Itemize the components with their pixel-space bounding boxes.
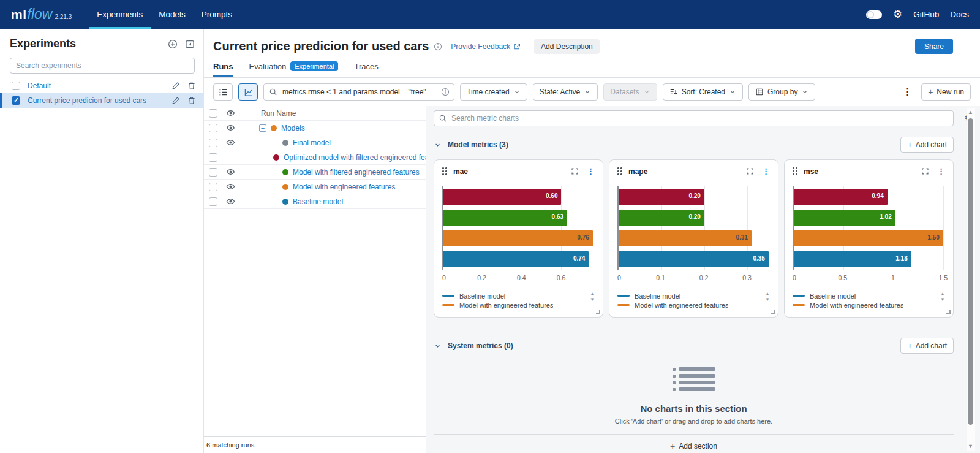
select-all-checkbox[interactable]: [209, 109, 217, 118]
scrollbar-thumb[interactable]: [968, 118, 973, 425]
delete-trash-icon[interactable]: [187, 82, 196, 90]
tab-traces[interactable]: Traces: [354, 62, 378, 77]
scroll-down-arrow-icon[interactable]: ▼: [968, 444, 973, 449]
tab-evaluation[interactable]: Evaluation Experimental: [249, 61, 339, 77]
run-name-link[interactable]: Model with engineered features: [293, 183, 395, 191]
new-experiment-icon[interactable]: [168, 39, 178, 49]
bar-model-with-engineered-features[interactable]: 1.50: [794, 230, 943, 246]
settings-gear-icon[interactable]: ⚙: [893, 9, 902, 20]
run-name-link[interactable]: Models: [281, 124, 305, 132]
caret-down-icon[interactable]: ▼: [940, 297, 945, 302]
drag-handle-icon[interactable]: [793, 167, 797, 175]
visibility-eye-icon[interactable]: [226, 138, 235, 147]
caret-down-icon[interactable]: ▼: [765, 297, 770, 302]
edit-pencil-icon[interactable]: [172, 96, 180, 105]
legend-scroll-arrows[interactable]: ▲▼: [940, 292, 945, 302]
bar-optimized-model-with-filtered-engineered-features[interactable]: 0.60: [443, 189, 561, 205]
resize-handle[interactable]: [946, 310, 951, 314]
legend-item[interactable]: Model with engineered features: [793, 301, 932, 309]
chart-menu-icon[interactable]: ⋮: [762, 167, 770, 176]
add-section-button[interactable]: +Add section: [434, 435, 954, 453]
bar-baseline-model[interactable]: 0.35: [619, 251, 769, 267]
experiment-checkbox[interactable]: [12, 96, 20, 105]
fullscreen-expand-icon[interactable]: [921, 167, 929, 175]
add-description-button[interactable]: Add Description: [534, 39, 600, 54]
legend-scroll-arrows[interactable]: ▲▼: [590, 292, 595, 302]
chart-view-button[interactable]: [238, 83, 258, 101]
row-checkbox[interactable]: [209, 183, 217, 191]
visibility-eye-icon[interactable]: [226, 167, 235, 177]
table-row-group[interactable]: − Models: [204, 121, 426, 135]
toolbar-overflow-menu-icon[interactable]: ⋮: [899, 86, 916, 97]
table-row[interactable]: Optimized model with filtered engineered…: [204, 150, 426, 165]
bar-optimized-model-with-filtered-engineered-features[interactable]: 0.20: [619, 189, 704, 205]
experiment-row-current[interactable]: Current price predicion for used cars: [0, 93, 203, 108]
caret-up-icon[interactable]: ▲: [590, 292, 595, 297]
legend-item[interactable]: Baseline model: [442, 292, 581, 300]
bar-optimized-model-with-filtered-engineered-features[interactable]: 0.94: [794, 189, 888, 205]
collapse-sidebar-icon[interactable]: [185, 39, 195, 49]
table-row[interactable]: Baseline model: [204, 194, 426, 209]
runs-search-input[interactable]: [263, 83, 454, 101]
legend-item[interactable]: Baseline model: [793, 292, 932, 300]
share-button[interactable]: Share: [915, 39, 953, 54]
legend-item[interactable]: Model with engineered features: [617, 301, 756, 309]
group-by-dropdown[interactable]: Group by: [748, 83, 815, 101]
visibility-eye-icon[interactable]: [226, 108, 235, 118]
legend-scroll-arrows[interactable]: ▲▼: [765, 292, 770, 302]
resize-handle[interactable]: [596, 310, 600, 314]
caret-up-icon[interactable]: ▲: [940, 292, 945, 297]
add-chart-button[interactable]: +Add chart: [900, 338, 954, 354]
delete-trash-icon[interactable]: [187, 96, 196, 105]
fullscreen-expand-icon[interactable]: [571, 167, 579, 175]
experiment-row-default[interactable]: Default: [0, 78, 203, 93]
bar-model-with-filtered-engineered-features[interactable]: 1.02: [794, 210, 895, 226]
time-created-dropdown[interactable]: Time created: [460, 83, 527, 101]
fullscreen-expand-icon[interactable]: [746, 167, 754, 175]
bar-model-with-engineered-features[interactable]: 0.76: [443, 230, 593, 246]
experiment-name[interactable]: Current price predicion for used cars: [28, 96, 146, 105]
run-name-link[interactable]: Final model: [293, 139, 331, 147]
chart-menu-icon[interactable]: ⋮: [937, 167, 945, 176]
caret-down-icon[interactable]: ▼: [590, 297, 595, 302]
collapse-group-icon[interactable]: −: [259, 124, 266, 132]
search-info-icon[interactable]: [441, 88, 450, 96]
edit-pencil-icon[interactable]: [172, 82, 180, 90]
theme-toggle[interactable]: [866, 10, 882, 19]
nav-tab-models[interactable]: Models: [151, 0, 194, 29]
experiment-name[interactable]: Default: [28, 82, 51, 90]
search-metric-charts-input[interactable]: [434, 110, 954, 126]
table-row[interactable]: Model with engineered features: [204, 180, 426, 194]
provide-feedback-link[interactable]: Provide Feedback: [451, 42, 521, 51]
bar-baseline-model[interactable]: 1.18: [794, 251, 911, 267]
row-checkbox[interactable]: [209, 168, 217, 177]
search-experiments-input[interactable]: [10, 58, 195, 74]
github-link[interactable]: GitHub: [913, 10, 939, 19]
row-checkbox[interactable]: [209, 139, 217, 147]
run-name-link[interactable]: Optimized model with filtered engineered…: [284, 153, 445, 162]
resize-handle[interactable]: [771, 310, 775, 314]
sort-dropdown[interactable]: Sort: Created: [663, 83, 743, 101]
visibility-eye-icon[interactable]: [226, 182, 235, 191]
drag-handle-icon[interactable]: [442, 167, 447, 175]
docs-link[interactable]: Docs: [950, 10, 969, 19]
new-run-button[interactable]: +New run: [921, 83, 971, 101]
visibility-eye-icon[interactable]: [226, 197, 235, 206]
bar-baseline-model[interactable]: 0.74: [443, 251, 589, 267]
table-row[interactable]: Model with filtered engineered features: [204, 165, 426, 180]
row-checkbox[interactable]: [209, 153, 217, 162]
nav-tab-experiments[interactable]: Experiments: [89, 0, 151, 29]
legend-item[interactable]: Baseline model: [617, 292, 756, 300]
add-chart-button[interactable]: +Add chart: [900, 137, 954, 153]
bar-model-with-filtered-engineered-features[interactable]: 0.63: [443, 210, 567, 226]
row-checkbox[interactable]: [209, 197, 217, 206]
scroll-up-arrow-icon[interactable]: ▲: [968, 110, 973, 115]
charts-scrollbar[interactable]: ▲ ▼: [967, 108, 975, 451]
section-chevron-icon[interactable]: [434, 342, 442, 350]
mlflow-logo[interactable]: mlflow 2.21.3: [11, 0, 72, 29]
run-name-link[interactable]: Baseline model: [293, 197, 343, 206]
table-row[interactable]: Final model: [204, 135, 426, 150]
chart-menu-icon[interactable]: ⋮: [587, 167, 595, 176]
visibility-eye-icon[interactable]: [226, 123, 235, 132]
bar-model-with-engineered-features[interactable]: 0.31: [619, 230, 752, 246]
